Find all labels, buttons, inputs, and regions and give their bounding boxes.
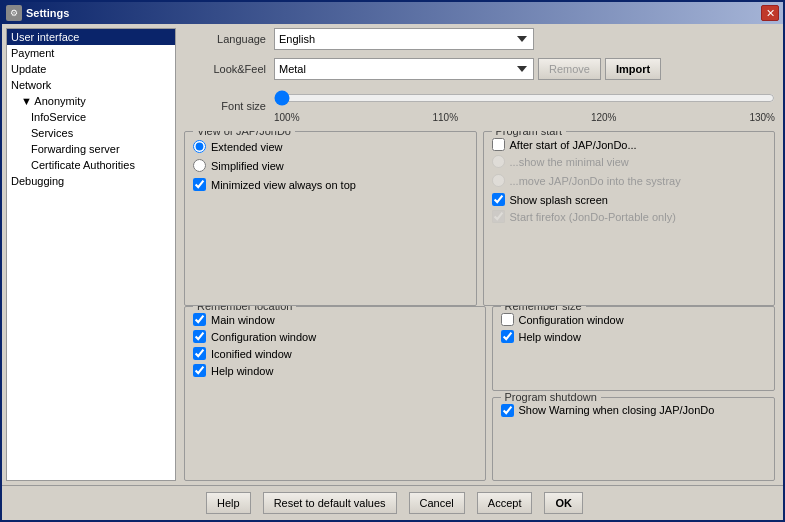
window-title: Settings (26, 7, 761, 19)
close-button[interactable]: ✕ (761, 5, 779, 21)
sidebar-item-anonymity[interactable]: ▼ Anonymity (7, 93, 175, 109)
size-config-window-row: Configuration window (501, 313, 767, 326)
size-help-label: Help window (519, 331, 581, 343)
move-systray-radio[interactable] (492, 174, 505, 187)
title-bar: ⚙ Settings ✕ (2, 2, 783, 24)
fontsize-slider[interactable] (274, 88, 775, 108)
size-help-window-row: Help window (501, 330, 767, 343)
main-window-row: Main window (193, 313, 477, 326)
show-splash-checkbox[interactable] (492, 193, 505, 206)
minimized-top-checkbox[interactable] (193, 178, 206, 191)
move-systray-label: ...move JAP/JonDo into the systray (510, 175, 681, 187)
sidebar-item-debugging[interactable]: Debugging (7, 173, 175, 189)
show-minimal-radio[interactable] (492, 155, 505, 168)
size-config-label: Configuration window (519, 314, 624, 326)
size-help-checkbox[interactable] (501, 330, 514, 343)
accept-button[interactable]: Accept (477, 492, 533, 514)
program-start-title: Program start (492, 131, 567, 137)
lookfeel-row: Look&Feel Metal Remove Import (184, 58, 775, 80)
slider-label-130: 130% (749, 112, 775, 123)
simplified-view-row: Simplified view (193, 159, 468, 172)
window-icon: ⚙ (6, 5, 22, 21)
view-jap-title: View of JAP/JonDo (193, 131, 295, 137)
language-select[interactable]: English (274, 28, 534, 50)
sidebar-item-infoservice[interactable]: InfoService (7, 109, 175, 125)
iconified-window-checkbox[interactable] (193, 347, 206, 360)
start-firefox-label: Start firefox (JonDo-Portable only) (510, 211, 676, 223)
sidebar-item-user-interface[interactable]: User interface (7, 29, 175, 45)
cancel-button[interactable]: Cancel (409, 492, 465, 514)
config-window-checkbox[interactable] (193, 330, 206, 343)
extended-view-radio[interactable] (193, 140, 206, 153)
remember-size-title: Remember size (501, 306, 586, 312)
sidebar-item-payment[interactable]: Payment (7, 45, 175, 61)
panels-row-top: View of JAP/JonDo Extended view Simplifi… (184, 131, 775, 306)
help-window-row: Help window (193, 364, 477, 377)
remove-button[interactable]: Remove (538, 58, 601, 80)
program-shutdown-title: Program shutdown (501, 391, 601, 403)
program-shutdown-group: Program shutdown Show Warning when closi… (492, 397, 776, 482)
slider-label-100: 100% (274, 112, 300, 123)
slider-container: 100% 110% 120% 130% (274, 88, 775, 123)
help-window-checkbox[interactable] (193, 364, 206, 377)
main-panel: Language English Look&Feel Metal Remove … (176, 24, 783, 485)
minimized-top-row: Minimized view always on top (193, 178, 468, 191)
show-warning-label: Show Warning when closing JAP/JonDo (519, 404, 715, 416)
after-start-checkbox[interactable] (492, 138, 505, 151)
iconified-window-row: Iconified window (193, 347, 477, 360)
fontsize-label: Font size (184, 100, 274, 112)
after-start-label: After start of JAP/JonDo... (510, 139, 637, 151)
remember-size-group: Remember size Configuration window Help … (492, 306, 776, 391)
lookfeel-label: Look&Feel (184, 63, 274, 75)
main-window-checkbox[interactable] (193, 313, 206, 326)
show-warning-checkbox[interactable] (501, 404, 514, 417)
help-window-label: Help window (211, 365, 273, 377)
slider-label-110: 110% (432, 112, 458, 123)
lookfeel-control: Metal Remove Import (274, 58, 775, 80)
start-firefox-row: Start firefox (JonDo-Portable only) (492, 210, 767, 223)
show-splash-row: Show splash screen (492, 193, 767, 206)
size-config-checkbox[interactable] (501, 313, 514, 326)
config-window-label: Configuration window (211, 331, 316, 343)
remember-location-title: Remember location (193, 306, 296, 312)
config-window-row: Configuration window (193, 330, 477, 343)
show-minimal-row: ...show the minimal view (492, 155, 767, 168)
sidebar-item-network[interactable]: Network (7, 77, 175, 93)
reset-button[interactable]: Reset to default values (263, 492, 397, 514)
remember-location-group: Remember location Main window Configurat… (184, 306, 486, 481)
sidebar: User interface Payment Update Network ▼ … (6, 28, 176, 481)
language-row: Language English (184, 28, 775, 50)
lookfeel-select[interactable]: Metal (274, 58, 534, 80)
start-firefox-checkbox[interactable] (492, 210, 505, 223)
sidebar-item-certificates[interactable]: Certificate Authorities (7, 157, 175, 173)
slider-labels: 100% 110% 120% 130% (274, 112, 775, 123)
show-warning-row: Show Warning when closing JAP/JonDo (501, 404, 767, 417)
show-splash-label: Show splash screen (510, 194, 608, 206)
simplified-view-radio[interactable] (193, 159, 206, 172)
program-start-group: Program start After start of JAP/JonDo..… (483, 131, 776, 306)
settings-window: ⚙ Settings ✕ User interface Payment Upda… (0, 0, 785, 522)
sidebar-item-forwarding[interactable]: Forwarding server (7, 141, 175, 157)
slider-label-120: 120% (591, 112, 617, 123)
view-jap-group: View of JAP/JonDo Extended view Simplifi… (184, 131, 477, 306)
ok-button[interactable]: OK (544, 492, 583, 514)
main-content: User interface Payment Update Network ▼ … (2, 24, 783, 485)
show-minimal-label: ...show the minimal view (510, 156, 629, 168)
iconified-window-label: Iconified window (211, 348, 292, 360)
sidebar-item-update[interactable]: Update (7, 61, 175, 77)
panels-row-bottom: Remember location Main window Configurat… (184, 306, 775, 481)
language-label: Language (184, 33, 274, 45)
bottom-bar: Help Reset to default values Cancel Acce… (2, 485, 783, 520)
sidebar-item-services[interactable]: Services (7, 125, 175, 141)
move-systray-row: ...move JAP/JonDo into the systray (492, 174, 767, 187)
minimized-top-label: Minimized view always on top (211, 179, 356, 191)
import-button[interactable]: Import (605, 58, 661, 80)
fontsize-row: Font size 100% 110% 120% 130% (184, 88, 775, 123)
extended-view-row: Extended view (193, 140, 468, 153)
after-start-row: After start of JAP/JonDo... (492, 138, 767, 151)
simplified-view-label: Simplified view (211, 160, 284, 172)
fontsize-control: 100% 110% 120% 130% (274, 88, 775, 123)
main-window-label: Main window (211, 314, 275, 326)
help-button[interactable]: Help (206, 492, 251, 514)
language-control: English (274, 28, 775, 50)
